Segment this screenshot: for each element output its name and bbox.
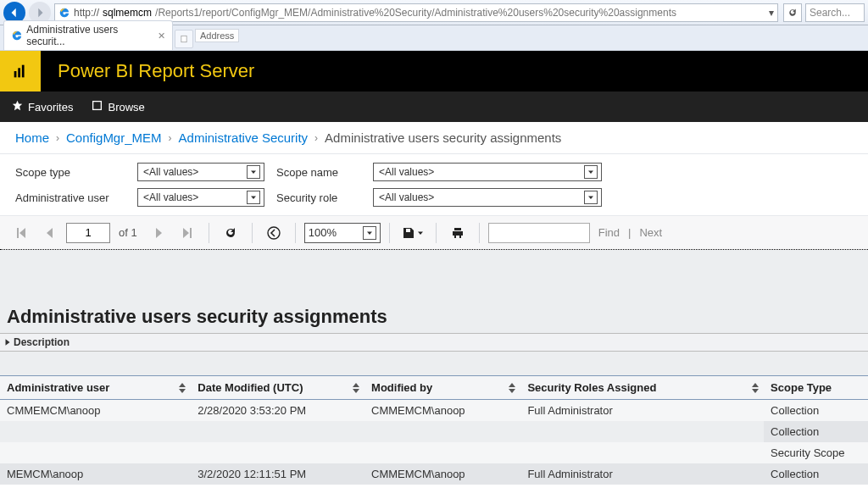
breadcrumb-l2[interactable]: Administrative Security <box>179 130 309 145</box>
col-admin-user[interactable]: Administrative user <box>0 376 191 400</box>
cell-by: CMMEMCM\anoop <box>364 400 520 422</box>
table-row: CMMEMCM\anoop 2/28/2020 3:53:20 PM CMMEM… <box>0 400 868 422</box>
svg-rect-5 <box>22 65 25 78</box>
cell-user <box>0 421 191 442</box>
table-row: Security Scope <box>0 442 868 463</box>
page-number-input[interactable] <box>66 223 110 243</box>
browse-icon <box>92 100 103 114</box>
powerbi-logo-icon <box>0 51 41 91</box>
ie-icon <box>11 30 22 42</box>
parameter-panel: Scope type <All values> Scope name <All … <box>0 154 868 216</box>
cell-by <box>364 442 520 463</box>
cell-scope: Collection <box>764 400 868 422</box>
sec-role-label: Security role <box>276 191 361 204</box>
expand-icon <box>3 338 12 347</box>
find-sep: | <box>628 226 631 239</box>
cell-scope: Collection <box>764 421 868 442</box>
chevron-down-icon <box>363 226 376 240</box>
admin-user-label: Administrative user <box>15 191 125 204</box>
cell-user: CMMEMCM\anoop <box>0 400 191 422</box>
favorites-label: Favorites <box>28 101 73 114</box>
cell-by <box>364 421 520 442</box>
report-viewer-toolbar: of 1 100% Find | Next <box>0 216 868 250</box>
scope-type-select[interactable]: <All values> <box>137 163 264 181</box>
cell-scope: Collection <box>764 463 868 485</box>
tab-strip: Administrative users securit... ✕ <box>0 25 868 51</box>
pbi-header: Power BI Report Server <box>0 51 868 91</box>
star-icon <box>12 100 23 114</box>
scope-name-value: <All values> <box>379 166 434 178</box>
sec-role-value: <All values> <box>379 191 434 203</box>
export-button[interactable] <box>398 220 427 246</box>
col-modified-by[interactable]: Modified by <box>364 376 520 400</box>
table-row: MEMCM\anoop 3/2/2020 12:11:51 PM CMMEMCM… <box>0 463 868 485</box>
scope-type-label: Scope type <box>15 166 125 179</box>
report-body: Administrative users security assignment… <box>0 250 868 485</box>
last-page-button[interactable] <box>175 220 200 246</box>
chevron-down-icon <box>584 191 598 204</box>
find-label[interactable]: Find <box>598 226 620 239</box>
breadcrumb-home[interactable]: Home <box>15 130 49 145</box>
table-header-row: Administrative user Date Modified (UTC) … <box>0 376 868 400</box>
cell-date <box>191 421 364 442</box>
zoom-select[interactable]: 100% <box>304 223 381 243</box>
page-of-label: of 1 <box>119 226 137 239</box>
refresh-report-button[interactable] <box>218 220 243 246</box>
ie-icon <box>58 7 70 19</box>
col-date-modified[interactable]: Date Modified (UTC) <box>191 376 364 400</box>
svg-rect-4 <box>18 68 20 77</box>
find-next-label[interactable]: Next <box>639 226 662 239</box>
chevron-right-icon: › <box>169 132 172 144</box>
results-table: Administrative user Date Modified (UTC) … <box>0 375 868 485</box>
prev-page-button[interactable] <box>37 220 63 246</box>
cell-user <box>0 442 191 463</box>
browse-button[interactable]: Browse <box>92 100 144 114</box>
sec-role-select[interactable]: <All values> <box>373 188 602 207</box>
find-input[interactable] <box>488 223 590 243</box>
address-label: Address <box>195 29 239 42</box>
cell-date: 2/28/2020 3:53:20 PM <box>191 400 364 422</box>
cell-role <box>520 442 764 463</box>
new-tab-button[interactable] <box>175 30 193 48</box>
close-tab-icon[interactable]: ✕ <box>158 30 165 42</box>
description-toggle[interactable]: Description <box>0 333 868 352</box>
cell-role: Full Administrator <box>520 463 764 485</box>
cell-role <box>520 421 764 442</box>
first-page-button[interactable] <box>8 220 34 246</box>
browse-label: Browse <box>108 101 144 114</box>
col-scope-type[interactable]: Scope Type <box>764 376 868 400</box>
cell-date: 3/2/2020 12:11:51 PM <box>191 463 364 485</box>
browser-tab-current[interactable]: Administrative users securit... ✕ <box>3 20 173 50</box>
chevron-right-icon: › <box>56 132 59 144</box>
zoom-value: 100% <box>309 226 337 239</box>
next-page-button[interactable] <box>146 220 171 246</box>
admin-user-select[interactable]: <All values> <box>137 188 264 207</box>
chevron-down-icon <box>584 165 598 179</box>
tab-title: Administrative users securit... <box>26 24 152 47</box>
scope-name-select[interactable]: <All values> <box>373 163 602 181</box>
admin-user-value: <All values> <box>143 191 198 203</box>
table-row: Collection <box>0 421 868 442</box>
col-security-roles[interactable]: Security Roles Assigned <box>520 376 764 400</box>
description-label: Description <box>14 336 70 348</box>
cell-date <box>191 442 364 463</box>
chevron-right-icon: › <box>314 132 318 144</box>
report-title: Administrative users security assignment… <box>0 301 868 333</box>
print-button[interactable] <box>445 220 470 246</box>
cell-scope: Security Scope <box>764 442 868 463</box>
browser-search-input[interactable]: Search... <box>805 3 865 22</box>
address-bar[interactable]: http://sqlmemcm/Reports1/report/ConfigMg… <box>54 3 778 22</box>
scope-name-label: Scope name <box>276 166 361 179</box>
chevron-down-icon <box>247 165 260 179</box>
breadcrumb: Home › ConfigMgr_MEM › Administrative Se… <box>0 122 868 154</box>
cell-by: CMMEMCM\anoop <box>364 463 520 485</box>
breadcrumb-l1[interactable]: ConfigMgr_MEM <box>66 130 162 145</box>
pbi-toolbar: Favorites Browse <box>0 91 868 122</box>
cell-role: Full Administrator <box>520 400 764 422</box>
chevron-down-icon <box>247 191 260 204</box>
browser-refresh-button[interactable] <box>783 3 802 22</box>
scope-type-value: <All values> <box>143 166 198 178</box>
back-to-parent-button[interactable] <box>261 220 287 246</box>
favorites-button[interactable]: Favorites <box>12 100 73 114</box>
svg-rect-3 <box>14 71 17 77</box>
